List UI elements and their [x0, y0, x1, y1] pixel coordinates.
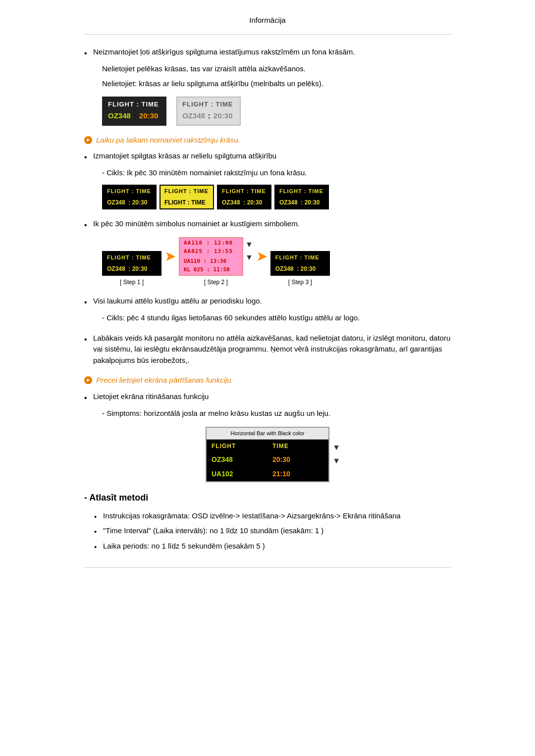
step-2-side-arrows: ▼ ▼: [245, 239, 253, 263]
step-2-block: AA110 : 12:00AA025 : 13:55 UA110 : 13:30…: [179, 237, 253, 287]
step-1-header: FLIGHT : TIME: [103, 252, 160, 263]
scroll-demo-header: FLIGHT TIME: [207, 440, 328, 453]
cycle-box-4-header: FLIGHT : TIME: [275, 186, 328, 197]
sub-text-3: - Cikls: Ik pēc 30 minūtēm nomainiet rak…: [102, 167, 451, 179]
bullet-dot-6: •: [84, 392, 93, 404]
step-3-box: FLIGHT : TIME OZ348 : 20:30: [270, 251, 330, 276]
color-cycle-row: FLIGHT : TIME OZ348 : 20:30 FLIGHT : TIM…: [102, 185, 451, 210]
scroll-demo: Horizontal Bar with Black color FLIGHT T…: [206, 427, 329, 482]
bullet-dot-2: •: [84, 151, 93, 163]
step-3-header: FLIGHT : TIME: [271, 252, 329, 263]
step-2-header: AA110 : 12:00AA025 : 13:55: [180, 238, 242, 256]
bullet-2-text: Izmantojiet spilgtas krāsas ar nelielu s…: [93, 151, 276, 162]
cycle-box-3-body: OZ348 : 20:30: [218, 197, 270, 208]
bullet-6-text: Lietojiet ekrāna ritināšanas funkciju: [93, 391, 209, 403]
scroll-side-arrows: ▼ ▼: [332, 442, 340, 467]
flight-box-gray-data: OZ348 : 20:30: [182, 110, 235, 122]
section-5: • Labākais veids kā pasargāt monitoru no…: [84, 333, 451, 366]
page-container: Informācija • Neizmantojiet ļoti atšķirī…: [54, 0, 481, 588]
section-4: • Visi laukumi attēlo kustīgu attēlu ar …: [84, 296, 451, 324]
bullet-4-text: Visi laukumi attēlo kustīgu attēlu ar pe…: [93, 296, 262, 307]
step-2-arrow-up: ▼: [245, 239, 253, 251]
flight-box-gray-header: FLIGHT : TIME: [182, 100, 235, 109]
step-1-box: FLIGHT : TIME OZ348 : 20:30: [102, 251, 161, 276]
bullet-3: • Ik pēc 30 minūtēm simbolus nomainiet a…: [84, 218, 451, 231]
atlasit-dot-2: •: [94, 526, 103, 538]
cycle-box-2-header: FLIGHT : TIME: [160, 186, 213, 197]
sub-text-4: - Cikls: pēc 4 stundu ilgas lietošanas 6…: [102, 312, 451, 324]
step-3-body: OZ348 : 20:30: [271, 263, 329, 275]
step-1-body: OZ348 : 20:30: [103, 263, 160, 275]
scroll-arrow-2: ▼: [332, 455, 340, 467]
step-1-label: [ Step 1 ]: [120, 278, 144, 287]
bullet-2: • Izmantojiet spilgtas krāsas ar nelielu…: [84, 151, 451, 163]
bullet-dot-3: •: [84, 219, 93, 231]
bullet-1-text: Neizmantojiet ļoti atšķirīgus spilgtuma …: [93, 47, 355, 58]
section-1: • Neizmantojiet ļoti atšķirīgus spilgtum…: [84, 47, 451, 126]
scroll-row2-col2: 21:10: [268, 467, 328, 481]
atlasit-item-1: • Instrukcijas rokasgrāmata: OSD izvēlne…: [94, 510, 451, 523]
atlasit-dot-3: •: [94, 542, 103, 553]
bullet-dot-4: •: [84, 297, 93, 308]
orange-note-1: Laiku pa laikam nomainiet rakstzīmju krā…: [84, 135, 451, 146]
section-2: • Izmantojiet spilgtas krāsas ar nelielu…: [84, 151, 451, 209]
step-2-label: [ Step 2 ]: [204, 278, 228, 287]
flight-box-gray: FLIGHT : TIME OZ348 : 20:30: [176, 97, 241, 126]
step-arrow-1: ➤: [164, 246, 176, 267]
cycle-box-1: FLIGHT : TIME OZ348 : 20:30: [102, 185, 157, 210]
cycle-box-2-body: FLIGHT : TIME: [160, 197, 213, 208]
header-title: Informācija: [249, 16, 285, 24]
cycle-box-1-body: OZ348 : 20:30: [103, 197, 156, 208]
section-3: • Ik pēc 30 minūtēm simbolus nomainiet a…: [84, 218, 451, 287]
scroll-row1-col2: 20:30: [268, 453, 328, 467]
step-2-body: UA110 : 13:30KL 025 : 11:50: [180, 256, 242, 275]
orange-arrow-icon-1: [84, 136, 92, 144]
cycle-box-4-body: OZ348 : 20:30: [275, 197, 328, 208]
bullet-dot-5: •: [84, 334, 93, 346]
step-2-box: AA110 : 12:00AA025 : 13:55 UA110 : 13:30…: [179, 237, 243, 276]
scroll-arrow-1: ▼: [332, 442, 340, 454]
sub-text-2: Nelietojiet: krāsas ar lielu spilgtuma a…: [102, 78, 451, 90]
step-2-arrow-down: ▼: [245, 252, 253, 263]
section-6: • Lietojiet ekrāna ritināšanas funkciju …: [84, 391, 451, 482]
step-3-label: [ Step 3 ]: [288, 278, 312, 287]
cycle-box-3: FLIGHT : TIME OZ348 : 20:30: [217, 185, 271, 210]
atlasit-item-2: • "Time Interval" (Laika intervāls): no …: [94, 525, 451, 538]
scroll-demo-wrapper: Horizontal Bar with Black color FLIGHT T…: [206, 427, 329, 482]
scroll-header-col1: FLIGHT: [207, 440, 268, 453]
footer-divider: [84, 567, 451, 568]
step-1-block: FLIGHT : TIME OZ348 : 20:30 [ Step 1 ]: [102, 251, 161, 287]
scroll-demo-container: Horizontal Bar with Black color FLIGHT T…: [84, 427, 451, 482]
scroll-row1-col1: OZ348: [207, 453, 268, 467]
cycle-box-1-header: FLIGHT : TIME: [103, 186, 156, 197]
scroll-data-row-2: UA102 21:10: [207, 467, 328, 481]
cycle-box-2: FLIGHT : TIME FLIGHT : TIME: [160, 185, 214, 210]
step-arrow-2: ➤: [256, 246, 268, 267]
scroll-header-col2: TIME: [268, 440, 328, 453]
orange-note-2: Precei lietojiet ekrāna pārtīšanas funkc…: [84, 375, 451, 386]
atlasit-item-3: • Laika periods: no 1 līdz 5 sekundēm (i…: [94, 541, 451, 553]
atlasit-heading: - Atlasīt metodi: [84, 491, 451, 504]
flight-box-dark: FLIGHT : TIME OZ348 : 20:30: [102, 97, 166, 126]
scroll-demo-title: Horizontal Bar with Black color: [207, 428, 328, 440]
bullet-1: • Neizmantojiet ļoti atšķirīgus spilgtum…: [84, 47, 451, 59]
flight-box-dark-data: OZ348 : 20:30: [108, 110, 160, 122]
step-3-block: FLIGHT : TIME OZ348 : 20:30 [ Step 3 ]: [270, 251, 330, 287]
cycle-box-3-header: FLIGHT : TIME: [218, 186, 270, 197]
scroll-row2-col1: UA102: [207, 467, 268, 481]
steps-row: FLIGHT : TIME OZ348 : 20:30 [ Step 1 ] ➤…: [102, 237, 451, 287]
orange-arrow-icon-2: [84, 376, 92, 384]
flight-boxes-row-1: FLIGHT : TIME OZ348 : 20:30 FLIGHT : TIM…: [102, 97, 451, 126]
bullet-5-text: Labākais veids kā pasargāt monitoru no a…: [93, 333, 451, 366]
scroll-data-row-1: OZ348 20:30: [207, 453, 328, 467]
atlasit-section: - Atlasīt metodi • Instrukcijas rokasgrā…: [84, 491, 451, 553]
sub-text-1: Nelietojiet pelēkas krāsas, tas var izra…: [102, 63, 451, 75]
bullet-6: • Lietojiet ekrāna ritināšanas funkciju: [84, 391, 451, 404]
bullet-3-text: Ik pēc 30 minūtēm simbolus nomainiet ar …: [93, 218, 300, 230]
bullet-4: • Visi laukumi attēlo kustīgu attēlu ar …: [84, 296, 451, 308]
bullet-5: • Labākais veids kā pasargāt monitoru no…: [84, 333, 451, 366]
flight-box-dark-header: FLIGHT : TIME: [108, 100, 160, 109]
atlasit-dot-1: •: [94, 511, 103, 523]
cycle-box-4: FLIGHT : TIME OZ348 : 20:30: [274, 185, 329, 210]
sub-text-5: - Simptoms: horizontālā josla ar melno k…: [102, 408, 451, 419]
